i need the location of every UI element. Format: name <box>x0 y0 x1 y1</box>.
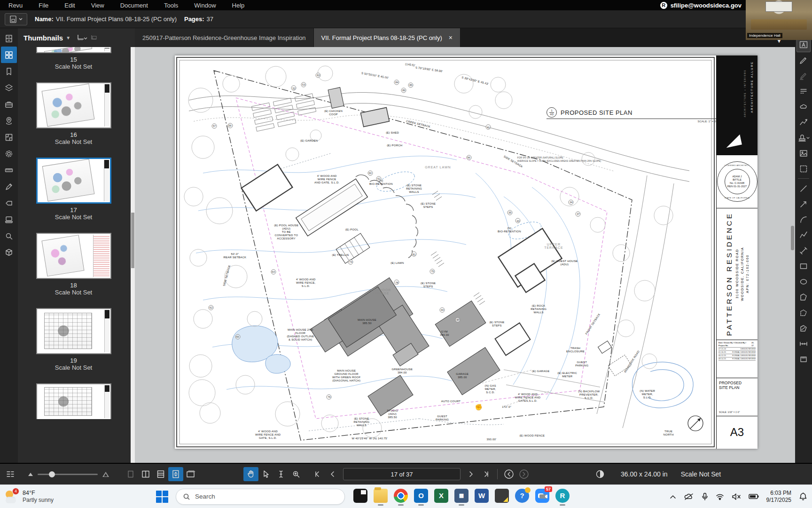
page-number-input[interactable]: 17 of 37 <box>343 468 461 480</box>
continuous-view-icon[interactable] <box>153 467 168 481</box>
dimension-icon[interactable] <box>796 243 811 258</box>
sets-icon[interactable] <box>1 211 17 228</box>
image-markup-icon[interactable] <box>796 145 811 161</box>
thumbnail-image[interactable] <box>36 308 111 354</box>
menu-help[interactable]: Help <box>232 2 245 9</box>
onedrive-paused-icon[interactable] <box>684 493 694 500</box>
taskbar-app-icon[interactable] <box>495 489 509 503</box>
polygon-cloud-icon[interactable] <box>796 305 811 320</box>
tab-greenhouse-inspiration[interactable]: 250917-Patterson Residence-Greenhouse Im… <box>135 28 314 47</box>
taskbar-search[interactable]: Search <box>176 489 345 505</box>
line-icon[interactable] <box>796 181 811 196</box>
length-measure-icon[interactable] <box>796 336 811 351</box>
taskbar-app-icon[interactable] <box>394 489 408 503</box>
slider-track[interactable] <box>38 474 98 475</box>
scrollbar-thumb[interactable] <box>131 213 134 268</box>
thumbnail-item[interactable]: 17 Scale Not Set <box>18 158 129 221</box>
thumbnails-icon[interactable] <box>1 47 17 63</box>
thumbnail-item[interactable]: 16 Scale Not Set <box>18 82 129 145</box>
select-text-icon[interactable] <box>273 467 289 481</box>
taskbar-app-icon[interactable]: ? <box>515 489 529 503</box>
scale-status[interactable]: Scale Not Set <box>681 470 721 478</box>
rectangle-icon[interactable] <box>796 258 811 274</box>
taskbar-app-icon[interactable] <box>374 489 388 503</box>
spaces-icon[interactable] <box>1 129 17 145</box>
places-icon[interactable] <box>1 112 17 129</box>
menu-window[interactable]: Window <box>194 2 216 9</box>
fit-width-icon[interactable] <box>183 467 198 481</box>
page-layout-tool-icon[interactable] <box>77 33 87 42</box>
thumbnail-item[interactable]: 18 Scale Not Set <box>18 233 129 296</box>
area-measure-icon[interactable] <box>796 320 811 336</box>
last-page-icon[interactable] <box>478 467 493 481</box>
thumbnail-image[interactable] <box>36 233 111 279</box>
page-insert-tool-icon[interactable] <box>90 33 99 42</box>
menu-edit[interactable]: Edit <box>64 2 75 9</box>
polygon-icon[interactable] <box>796 289 811 305</box>
close-tab-icon[interactable]: × <box>449 34 453 41</box>
microphone-icon[interactable] <box>702 492 708 501</box>
arc-icon[interactable] <box>796 212 811 227</box>
taskbar-app-icon[interactable]: R <box>555 489 570 503</box>
account-area[interactable]: R sfilipe@woodsideca.gov <box>660 0 742 10</box>
layers-icon[interactable] <box>1 79 17 96</box>
next-view-icon[interactable] <box>516 467 531 481</box>
search-icon[interactable] <box>1 228 17 244</box>
taskbar-app-icon[interactable]: X <box>434 489 448 503</box>
tool-chest-icon[interactable] <box>1 96 17 112</box>
cloud-markup-icon[interactable] <box>796 99 811 114</box>
taskbar-app-icon[interactable]: W <box>475 489 489 503</box>
tray-chevron-up-icon[interactable] <box>670 494 676 499</box>
clock[interactable]: 6:03 PM 9/17/2025 <box>766 490 791 504</box>
snapshot-icon[interactable] <box>796 161 811 176</box>
taskbar-app-icon[interactable]: 57 <box>535 489 549 503</box>
measurements-icon[interactable] <box>1 162 17 178</box>
flags-icon[interactable] <box>1 195 17 211</box>
pan-hand-icon[interactable] <box>243 467 258 481</box>
battery-icon[interactable] <box>749 493 759 500</box>
page-size-status[interactable]: 36.00 x 24.00 in <box>621 470 668 478</box>
thumbnail-image[interactable] <box>36 383 111 419</box>
slider-knob[interactable] <box>49 471 55 477</box>
menu-file[interactable]: File <box>39 2 48 9</box>
polyline-icon[interactable] <box>796 227 811 243</box>
chevron-down-icon[interactable]: ▼ <box>66 35 70 40</box>
text-markup-icon[interactable] <box>796 83 811 99</box>
thumbnail-size-slider[interactable] <box>28 472 109 477</box>
thumbnail-image[interactable] <box>36 47 111 53</box>
page-setup-dropdown[interactable] <box>5 13 27 25</box>
thumbnail-image[interactable] <box>36 82 111 128</box>
thumbnail-item[interactable]: 15 Scale Not Set <box>18 47 129 70</box>
calibrate-icon[interactable] <box>1 178 17 195</box>
thumbnails-scrollbar[interactable] <box>131 47 135 463</box>
dark-mode-contrast-icon[interactable] <box>593 467 608 481</box>
zoom-tool-icon[interactable] <box>289 467 304 481</box>
notifications-dnd-icon[interactable] <box>799 492 807 501</box>
start-button[interactable] <box>156 491 168 503</box>
stamp-icon[interactable] <box>796 130 811 145</box>
taskbar-app-icon[interactable]: O <box>414 489 428 503</box>
menu-revu[interactable]: Revu <box>8 2 23 9</box>
single-page-view-icon[interactable] <box>123 467 138 481</box>
thumbnail-item[interactable] <box>18 383 129 422</box>
menu-tools[interactable]: Tools <box>164 2 178 9</box>
volume-muted-icon[interactable] <box>732 493 741 500</box>
tab-formal-project-plans[interactable]: VII. Formal Project Plans 08-18-25 (PC o… <box>314 28 461 47</box>
perimeter-measure-icon[interactable] <box>796 351 811 367</box>
document-scrollbar-thumb[interactable] <box>791 226 794 250</box>
menu-document[interactable]: Document <box>120 2 148 9</box>
wifi-icon[interactable] <box>716 493 724 500</box>
highlighter-icon[interactable] <box>796 68 811 83</box>
fit-page-icon[interactable] <box>168 467 183 481</box>
callout-icon[interactable] <box>796 114 811 130</box>
next-page-icon[interactable] <box>463 467 478 481</box>
bookmarks-icon[interactable] <box>1 63 17 79</box>
first-page-icon[interactable] <box>310 467 325 481</box>
previous-view-icon[interactable] <box>501 467 516 481</box>
file-access-icon[interactable] <box>1 30 17 47</box>
thumbnail-item[interactable]: 19 Scale Not Set <box>18 308 129 371</box>
weather-widget[interactable]: 4 84°FPartly sunny <box>5 490 54 504</box>
settings-icon[interactable] <box>1 145 17 162</box>
thumbnail-image[interactable] <box>36 158 111 204</box>
taskbar-app-icon[interactable] <box>353 489 367 503</box>
